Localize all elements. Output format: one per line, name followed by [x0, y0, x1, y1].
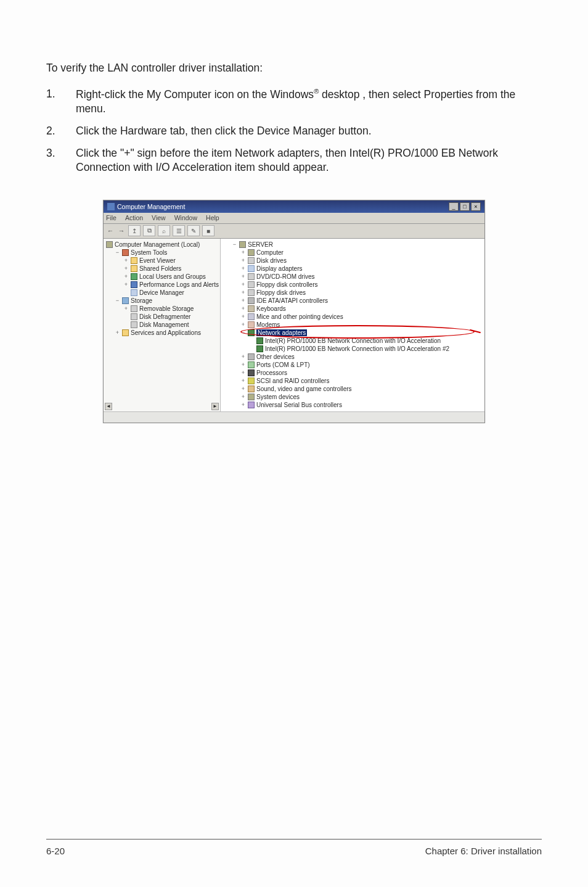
expand-toggle[interactable]: +	[240, 321, 246, 328]
left-tree-item[interactable]: −Storage	[106, 297, 219, 305]
expand-toggle[interactable]: +	[240, 394, 246, 400]
titlebar[interactable]: Computer Management _ □ ×	[104, 200, 484, 213]
right-tree-item[interactable]: +SCSI and RAID controllers	[223, 377, 482, 385]
expand-toggle[interactable]: +	[240, 377, 246, 384]
tree-item-icon	[131, 273, 137, 280]
left-tree-pane[interactable]: Computer Management (Local) −System Tool…	[104, 239, 221, 411]
toolbar-tree-icon[interactable]: ⧉	[143, 225, 155, 236]
expand-toggle[interactable]: +	[240, 353, 246, 360]
right-tree-root[interactable]: − SERVER	[223, 241, 482, 249]
expand-toggle[interactable]: +	[240, 313, 246, 320]
expand-toggle[interactable]: +	[240, 281, 246, 287]
right-tree-pane[interactable]: − SERVER +Computer+Disk drives+Display a…	[221, 239, 484, 411]
tree-item-label: Event Viewer	[139, 257, 176, 264]
tree-item-label: Mice and other pointing devices	[256, 313, 343, 320]
left-tree-item[interactable]: −System Tools	[106, 249, 219, 257]
toolbar-export-icon[interactable]: ✎	[187, 225, 200, 236]
toolbar-properties-icon[interactable]: ⌕	[158, 225, 170, 236]
nav-back-button[interactable]: ←	[106, 227, 115, 234]
right-tree-item[interactable]: +Display adapters	[223, 265, 482, 273]
right-tree-item[interactable]: +Disk drives	[223, 257, 482, 265]
right-tree-item[interactable]: +Mice and other pointing devices	[223, 313, 482, 321]
toolbar-refresh-icon[interactable]: ☰	[173, 225, 185, 236]
right-tree-item[interactable]: Intel(R) PRO/1000 EB Network Connection …	[223, 345, 482, 353]
expand-toggle[interactable]: +	[240, 273, 246, 279]
expand-toggle[interactable]: +	[123, 265, 129, 271]
right-tree-item[interactable]: +Computer	[223, 249, 482, 257]
right-tree-item[interactable]: +Modems	[223, 321, 482, 329]
page-footer: 6-20 Chapter 6: Driver installation	[0, 839, 588, 856]
left-tree-item[interactable]: +Event Viewer	[106, 257, 219, 265]
left-tree-item[interactable]: Device Manager	[106, 289, 219, 297]
right-tree-item[interactable]: +System devices	[223, 393, 482, 401]
tree-item-label: Sound, video and game controllers	[256, 386, 352, 392]
minimize-button[interactable]: _	[449, 202, 459, 211]
scroll-right-arrow[interactable]: ►	[211, 403, 219, 410]
expand-toggle[interactable]: +	[240, 265, 246, 271]
scroll-left-arrow[interactable]: ◄	[105, 403, 112, 410]
expand-toggle[interactable]: +	[123, 305, 129, 311]
right-tree-item[interactable]: +Ports (COM & LPT)	[223, 361, 482, 369]
tree-item-icon	[248, 394, 255, 400]
tree-item-icon	[248, 273, 255, 280]
expand-toggle[interactable]: +	[240, 305, 246, 311]
expand-toggle[interactable]: +	[123, 257, 129, 263]
right-tree-item[interactable]: −Network adapters	[223, 329, 482, 337]
nav-forward-button[interactable]: →	[117, 227, 126, 234]
right-tree-item[interactable]: +Universal Serial Bus controllers	[223, 401, 482, 409]
left-tree-item[interactable]: +Removable Storage	[106, 305, 219, 313]
tree-item-icon	[131, 313, 137, 320]
menu-help[interactable]: Help	[206, 214, 219, 221]
right-tree-item[interactable]: Intel(R) PRO/1000 EB Network Connection …	[223, 337, 482, 345]
tree-item-label: Other devices	[256, 353, 295, 360]
right-tree-item[interactable]: +DVD/CD-ROM drives	[223, 273, 482, 281]
expand-toggle[interactable]: +	[240, 402, 246, 408]
expand-toggle[interactable]: +	[115, 329, 120, 336]
menu-view[interactable]: View	[152, 214, 166, 221]
tree-item-icon	[256, 345, 263, 352]
step-1-body: Right-click the My Computer icon on the …	[76, 87, 542, 117]
tree-item-label: Intel(R) PRO/1000 EB Network Connection …	[265, 337, 441, 344]
expand-toggle[interactable]: +	[240, 369, 246, 376]
left-tree-item[interactable]: Disk Defragmenter	[106, 313, 219, 321]
left-tree-item[interactable]: +Services and Applications	[106, 329, 219, 337]
expand-toggle[interactable]: −	[240, 329, 246, 336]
right-tree-item[interactable]: +Sound, video and game controllers	[223, 385, 482, 393]
tree-item-icon	[248, 361, 255, 368]
right-tree-item[interactable]: +Floppy disk controllers	[223, 281, 482, 289]
left-tree-item[interactable]: +Performance Logs and Alerts	[106, 281, 219, 289]
toolbar-up-icon[interactable]: ↥	[128, 225, 141, 236]
left-tree-item[interactable]: Disk Management	[106, 321, 219, 329]
expand-toggle[interactable]: −	[115, 297, 120, 303]
expand-toggle[interactable]: +	[240, 257, 246, 263]
toolbar-help-icon[interactable]: ■	[202, 225, 214, 236]
right-tree-item[interactable]: +Keyboards	[223, 305, 482, 313]
intro-text: To verify the LAN controller driver inst…	[46, 62, 542, 75]
right-tree-item[interactable]: +Other devices	[223, 353, 482, 361]
tree-item-label: Storage	[131, 297, 152, 304]
tree-item-icon	[248, 249, 255, 256]
close-button[interactable]: ×	[471, 202, 481, 211]
left-tree-item[interactable]: +Local Users and Groups	[106, 273, 219, 281]
left-tree-root[interactable]: Computer Management (Local)	[106, 241, 219, 249]
menu-window[interactable]: Window	[174, 214, 197, 221]
expand-toggle[interactable]: +	[240, 386, 246, 392]
left-tree-item[interactable]: +Shared Folders	[106, 265, 219, 273]
menu-action[interactable]: Action	[125, 214, 143, 221]
app-icon	[107, 203, 115, 210]
expand-toggle[interactable]: +	[240, 249, 246, 255]
expand-toggle[interactable]: +	[123, 281, 129, 287]
tree-item-icon	[248, 289, 255, 296]
step-1-number: 1.	[46, 87, 76, 117]
right-tree-item[interactable]: +IDE ATA/ATAPI controllers	[223, 297, 482, 305]
maximize-button[interactable]: □	[460, 202, 470, 211]
right-tree-item[interactable]: +Floppy disk drives	[223, 289, 482, 297]
expand-toggle[interactable]: +	[240, 289, 246, 295]
right-tree-item[interactable]: +Processors	[223, 369, 482, 377]
expand-toggle[interactable]: +	[240, 297, 246, 303]
menu-file[interactable]: File	[106, 214, 116, 221]
expand-toggle[interactable]: −	[115, 249, 120, 255]
expand-toggle[interactable]: +	[123, 273, 129, 279]
tree-item-label: System Tools	[131, 249, 167, 256]
expand-toggle[interactable]: +	[240, 361, 246, 368]
